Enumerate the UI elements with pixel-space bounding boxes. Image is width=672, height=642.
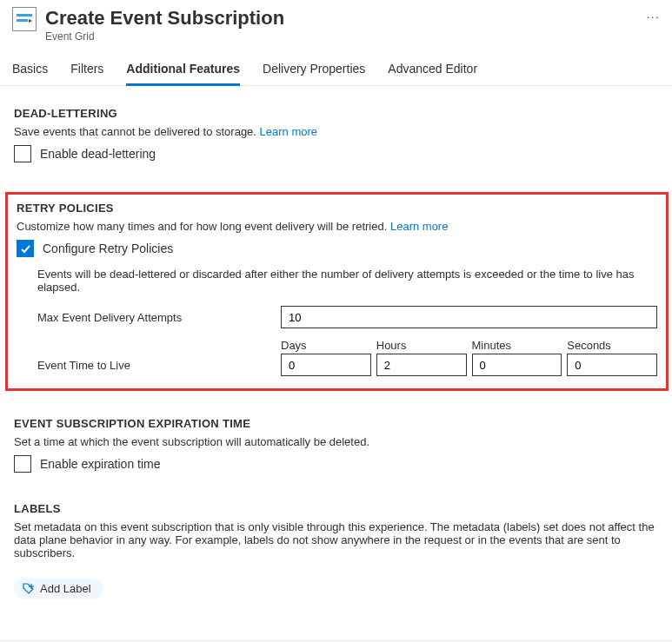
retry-note: Events will be dead-lettered or discarde…: [37, 268, 657, 294]
section-heading: EVENT SUBSCRIPTION EXPIRATION TIME: [14, 417, 660, 430]
section-heading: RETRY POLICIES: [17, 202, 657, 215]
section-description: Set metadata on this event subscription …: [14, 520, 660, 559]
page-title: Create Event Subscription: [45, 7, 637, 30]
page-subtitle: Event Grid: [45, 30, 637, 43]
ttl-seconds-input[interactable]: [567, 354, 657, 376]
max-attempts-input[interactable]: [281, 306, 657, 328]
section-dead-lettering: DEAD-LETTERING Save events that cannot b…: [14, 107, 660, 162]
section-description: Save events that cannot be delivered to …: [14, 125, 660, 138]
enable-expiration-checkbox[interactable]: [14, 455, 31, 473]
section-retry-policies: RETRY POLICIES Customize how many times …: [5, 192, 669, 391]
ttl-minutes-header: Minutes: [472, 339, 562, 352]
ttl-seconds-header: Seconds: [567, 339, 657, 352]
max-attempts-label: Max Event Delivery Attempts: [37, 311, 281, 324]
more-actions-button[interactable]: ···: [637, 7, 660, 26]
svg-rect-0: [17, 14, 32, 17]
configure-retry-policies-checkbox[interactable]: [17, 240, 34, 257]
section-description: Set a time at which the event subscripti…: [14, 435, 660, 448]
enable-dead-lettering-checkbox[interactable]: [14, 145, 31, 162]
section-expiration: EVENT SUBSCRIPTION EXPIRATION TIME Set a…: [14, 417, 660, 473]
section-description: Customize how many times and for how lon…: [17, 220, 657, 233]
checkbox-label: Configure Retry Policies: [43, 242, 173, 255]
ttl-minutes-input[interactable]: [472, 354, 562, 376]
section-heading: DEAD-LETTERING: [14, 107, 660, 120]
tab-basics[interactable]: Basics: [12, 56, 48, 86]
tab-filters[interactable]: Filters: [70, 56, 103, 86]
ttl-hours-header: Hours: [376, 339, 467, 352]
ttl-days-input[interactable]: [281, 354, 371, 376]
tab-advanced-editor[interactable]: Advanced Editor: [388, 56, 477, 86]
ttl-days-header: Days: [281, 339, 371, 352]
tab-additional-features[interactable]: Additional Features: [126, 56, 240, 86]
learn-more-link[interactable]: Learn more: [260, 125, 317, 138]
page-header: Create Event Subscription Event Grid ···: [0, 0, 672, 43]
event-grid-icon: [12, 7, 37, 31]
checkbox-label: Enable expiration time: [40, 457, 161, 471]
section-labels: LABELS Set metadata on this event subscr…: [14, 502, 660, 599]
tab-bar: Basics Filters Additional Features Deliv…: [0, 43, 672, 86]
ttl-label: Event Time to Live: [37, 359, 281, 376]
section-heading: LABELS: [14, 502, 660, 515]
add-label-text: Add Label: [40, 582, 91, 595]
tag-plus-icon: [23, 583, 35, 595]
learn-more-link[interactable]: Learn more: [390, 220, 448, 233]
tab-delivery-properties[interactable]: Delivery Properties: [263, 56, 365, 86]
add-label-button[interactable]: Add Label: [14, 579, 103, 599]
svg-rect-1: [17, 19, 28, 22]
checkbox-label: Enable dead-lettering: [40, 147, 156, 161]
ttl-hours-input[interactable]: [376, 354, 467, 376]
